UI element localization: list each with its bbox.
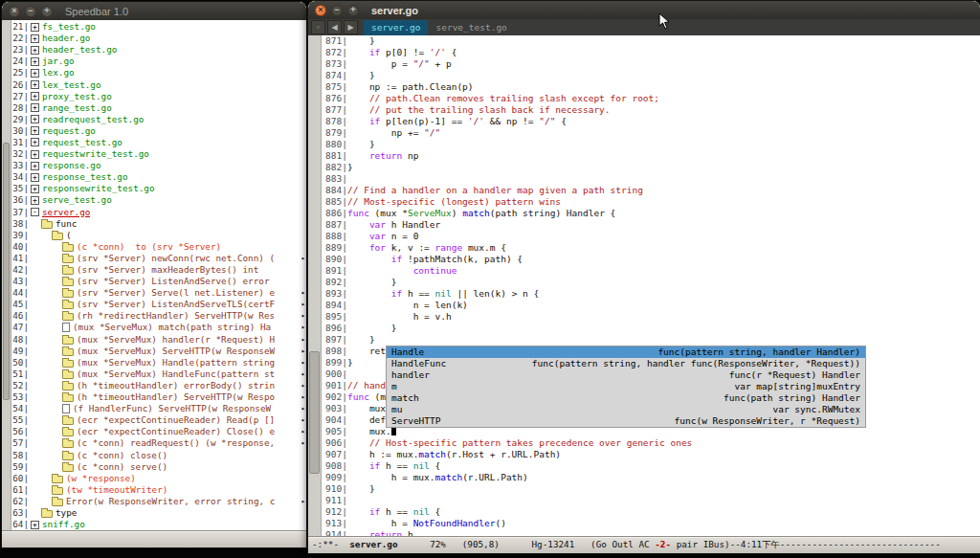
expand-icon[interactable]: + — [31, 92, 39, 100]
code-line[interactable]: 910| } — [322, 483, 980, 495]
expand-icon[interactable]: + — [31, 150, 39, 159]
minimize-icon[interactable]: − — [331, 5, 343, 16]
speedbar-row[interactable]: 40|(c *conn) to (srv *Server) — [11, 241, 306, 253]
file-label[interactable]: request.go — [42, 125, 96, 137]
speedbar-row[interactable]: 32|+requestwrite_test.go — [11, 148, 306, 160]
tag-label[interactable]: (ecr *expectContinueReader) Close() e — [77, 426, 275, 437]
file-label[interactable]: lex_test.go — [42, 79, 101, 91]
speedbar-row[interactable]: 51|(mux *ServeMux) HandleFunc(pattern st… — [11, 368, 306, 380]
code-line[interactable]: 872| if p[0] != '/' { — [322, 47, 980, 58]
speedbar-row[interactable]: 44|(srv *Server) Serve(l net.Listener) e… — [11, 287, 306, 299]
speedbar-row[interactable]: 28|+range_test.go — [11, 102, 306, 114]
tag-label[interactable]: (w *response) — [66, 473, 136, 484]
file-label[interactable]: sniff.go — [42, 519, 85, 530]
tag-label[interactable]: (ecr *expectContinueReader) Read(p [] — [77, 414, 275, 426]
code-line[interactable]: 895| h = v.h — [322, 311, 980, 323]
editor-tab[interactable]: serve_test.go — [428, 20, 514, 35]
code-line[interactable]: 873| p = "/" + p — [322, 58, 980, 70]
autocomplete-item[interactable]: ServeHTTPfunc(w ResponseWriter, r *Reque… — [387, 415, 865, 427]
tag-label[interactable]: (mux *ServeMux) match(path string) Ha — [73, 322, 271, 333]
code-line[interactable]: 871| } — [322, 35, 980, 47]
file-label[interactable]: requestwrite_test.go — [42, 148, 149, 160]
code-line[interactable]: 876| // path.Clean removes trailing slas… — [322, 93, 980, 104]
speedbar-row[interactable]: 25|+lex.go — [11, 67, 306, 78]
speedbar-row[interactable]: 33|+response.go — [11, 160, 306, 171]
file-label[interactable]: response_test.go — [42, 171, 128, 183]
file-label[interactable]: header.go — [42, 33, 90, 44]
code-line[interactable]: 894| n = len(k) — [322, 300, 980, 311]
autocomplete-item[interactable]: mvar map[string]muxEntry — [387, 381, 865, 392]
tab-back-button[interactable]: ◀ — [327, 20, 342, 34]
autocomplete-item[interactable]: matchfunc(path string) Handler — [387, 392, 865, 404]
file-label[interactable]: jar.go — [42, 56, 75, 67]
expand-icon[interactable]: + — [31, 23, 39, 32]
speedbar-row[interactable]: 60|(w *response) — [11, 473, 306, 484]
tag-label[interactable]: (c *conn) close() — [77, 450, 167, 461]
code-line[interactable]: 907| h := mux.match(r.Host + r.URL.Path) — [322, 449, 980, 460]
code-line[interactable]: 912| if h == nil { — [322, 506, 980, 518]
speedbar-row[interactable]: 29|+readrequest_test.go — [11, 114, 306, 125]
file-label[interactable]: header_test.go — [42, 44, 117, 56]
file-label[interactable]: server.go — [42, 207, 90, 218]
speedbar-row[interactable]: 52|(h *timeoutHandler) errorBody() strin… — [11, 380, 306, 391]
speedbar-row[interactable]: 43|(srv *Server) ListenAndServe() error — [11, 276, 306, 287]
code-line[interactable]: 892| } — [322, 277, 980, 288]
speedbar-row[interactable]: 55|(ecr *expectContinueReader) Read(p []… — [11, 414, 306, 426]
code-line[interactable]: 882|} — [322, 162, 980, 173]
tab-forward-button[interactable]: ▶ — [344, 20, 358, 34]
tag-label[interactable]: (c *conn) to (srv *Server) — [77, 241, 221, 253]
tag-label[interactable]: type — [56, 507, 77, 519]
maximize-icon[interactable]: + — [41, 6, 53, 17]
tag-label[interactable]: (mux *ServeMux) HandleFunc(pattern st — [77, 368, 275, 380]
speedbar-row[interactable]: 22|+header.go — [11, 33, 306, 44]
speedbar-row[interactable]: 26|+lex_test.go — [11, 78, 306, 90]
speedbar-row[interactable]: 61|(tw *timeoutWriter) — [11, 484, 306, 496]
speedbar-row[interactable]: 46|(rh *redirectHandler) ServeHTTP(w Res… — [11, 310, 306, 322]
speedbar-row[interactable]: 50|(mux *ServeMux) Handle(pattern string… — [11, 357, 306, 368]
speedbar-row[interactable]: 37|-server.go — [11, 207, 306, 218]
tag-label[interactable]: (rh *redirectHandler) ServeHTTP(w Res — [77, 310, 275, 322]
expand-icon[interactable]: + — [31, 196, 39, 205]
editor-scrollbar[interactable] — [308, 35, 322, 537]
code-line[interactable]: 880| } — [322, 139, 980, 150]
expand-icon[interactable]: + — [31, 521, 39, 529]
speedbar-row[interactable]: 57|(c *conn) readRequest() (w *response,… — [11, 437, 306, 449]
speedbar-row[interactable]: 58|(c *conn) close() — [11, 449, 306, 460]
tag-label[interactable]: (srv *Server) newConn(rwc net.Conn) ( — [77, 253, 275, 264]
code-line[interactable]: 896| } — [322, 323, 980, 334]
tag-label[interactable]: (mux *ServeMux) Handle(pattern string — [77, 357, 275, 368]
close-icon[interactable]: × — [9, 6, 20, 17]
expand-icon[interactable]: + — [31, 138, 39, 146]
expand-icon[interactable]: + — [31, 103, 39, 112]
close-icon[interactable]: × — [315, 5, 326, 16]
code-line[interactable]: 877| // put the trailing slash back if n… — [322, 104, 980, 116]
tab-home-button[interactable]: ▫ — [311, 20, 325, 34]
code-area[interactable]: 871| }872| if p[0] != '/' {873| p = "/" … — [322, 35, 980, 537]
autocomplete-item[interactable]: HandleFuncfunc(pattern string, handler f… — [387, 358, 865, 369]
file-label[interactable]: request_test.go — [42, 137, 122, 148]
tag-label[interactable]: (f HandlerFunc) ServeHTTP(w ResponseW — [73, 403, 271, 414]
speedbar-row[interactable]: 47|(mux *ServeMux) match(path string) Ha… — [11, 322, 306, 333]
tag-label[interactable]: (srv *Server) ListenAndServeTLS(certF — [77, 299, 275, 310]
code-line[interactable]: 883| — [322, 173, 980, 185]
tag-label[interactable]: ( — [66, 230, 72, 241]
expand-icon[interactable]: + — [31, 46, 39, 55]
file-label[interactable]: range_test.go — [42, 102, 112, 114]
collapse-icon[interactable]: - — [31, 208, 39, 216]
file-label[interactable]: responsewrite_test.go — [42, 183, 155, 194]
code-line[interactable]: 881| return np — [322, 150, 980, 162]
speedbar-row[interactable]: 21|+fs_test.go — [11, 21, 306, 33]
speedbar-row[interactable]: 59|(c *conn) serve() — [11, 461, 306, 473]
maximize-icon[interactable]: + — [347, 5, 359, 16]
speedbar-row[interactable]: 42|(srv *Server) maxHeaderBytes() int — [11, 264, 306, 276]
code-line[interactable]: 879| np += "/" — [322, 127, 980, 139]
code-line[interactable]: 913| h = NotFoundHandler() — [322, 518, 980, 529]
code-line[interactable]: 890| if !pathMatch(k, path) { — [322, 254, 980, 265]
speedbar-row[interactable]: 45|(srv *Server) ListenAndServeTLS(certF… — [11, 299, 306, 310]
expand-icon[interactable]: + — [31, 173, 39, 182]
tag-label[interactable]: (srv *Server) Serve(l net.Listener) e — [77, 287, 275, 299]
tag-label[interactable]: (mux *ServeMux) handler(r *Request) H — [77, 334, 275, 346]
tag-label[interactable]: (c *conn) readRequest() (w *response, — [77, 437, 275, 449]
code-line[interactable]: 897| } — [322, 334, 980, 346]
tag-label[interactable]: (c *conn) serve() — [77, 461, 167, 473]
